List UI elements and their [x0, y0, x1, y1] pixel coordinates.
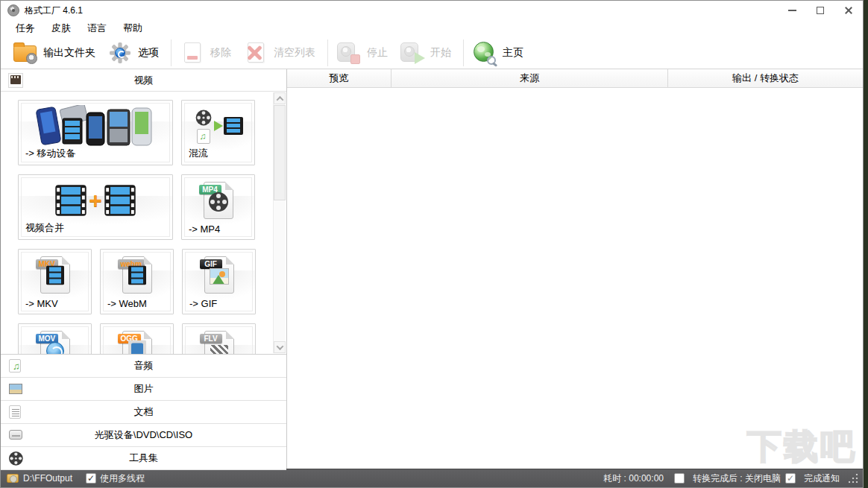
tile-label: -> WebM	[107, 298, 147, 309]
tile-label: 混流	[189, 147, 208, 160]
stop-icon	[336, 41, 362, 65]
window-title: 格式工厂 4.6.1	[25, 4, 83, 17]
start-icon	[400, 41, 425, 65]
section-toolset[interactable]: 工具集	[1, 447, 286, 470]
resize-grip[interactable]	[849, 474, 858, 484]
menu-language[interactable]: 语言	[79, 20, 115, 37]
section-optical-drive[interactable]: 光驱设备\DVD\CD\ISO	[1, 424, 286, 447]
column-preview[interactable]: 预览	[287, 69, 391, 87]
tile-video-join[interactable]: + 视频合并	[18, 174, 173, 240]
notify-checkbox[interactable]: ✓	[785, 473, 796, 484]
mux-icon: ♫	[182, 107, 254, 145]
output-folder-small-icon	[7, 474, 19, 483]
plus-icon: +	[89, 189, 102, 212]
titlebar: 格式工厂 4.6.1	[1, 1, 863, 20]
toolset-section-label: 工具集	[1, 451, 286, 465]
ogg-file-icon: OGG	[101, 330, 173, 354]
section-picture[interactable]: 图片	[1, 378, 286, 401]
arrow-icon	[214, 121, 223, 131]
tile-to-ogg[interactable]: OGG	[100, 323, 174, 354]
tile-to-mkv[interactable]: MKV -> MKV	[18, 249, 92, 314]
flv-badge: FLV	[200, 334, 222, 343]
elapsed-time: 耗时 : 00:00:00	[603, 472, 664, 485]
statusbar-right: 耗时 : 00:00:00 转换完成后 : 关闭电脑 ✓ 完成通知	[603, 472, 858, 485]
multithread-label: 使用多线程	[100, 472, 145, 485]
column-source[interactable]: 来源	[391, 69, 668, 87]
section-document[interactable]: 文档	[1, 401, 286, 424]
desktop: 格式工厂 4.6.1 任务 皮肤 语言 帮助 输出文件夹	[0, 0, 868, 488]
home-globe-icon	[472, 41, 497, 65]
tile-row: MKV -> MKV webm	[18, 249, 286, 314]
tile-to-webm[interactable]: webm -> WebM	[100, 249, 174, 314]
remove-icon	[180, 41, 205, 65]
gif-badge: GIF	[200, 259, 222, 269]
close-button[interactable]	[834, 1, 863, 20]
output-path[interactable]: D:\FFOutput	[23, 473, 72, 484]
output-folder-icon	[13, 41, 38, 65]
scroll-down-button[interactable]	[274, 341, 286, 353]
home-button[interactable]: 主页	[472, 41, 523, 65]
scroll-up-button[interactable]	[274, 92, 286, 104]
menu-task[interactable]: 任务	[7, 20, 43, 37]
clear-list-button[interactable]: 清空列表	[243, 41, 315, 65]
app-window: 格式工厂 4.6.1 任务 皮肤 语言 帮助 输出文件夹	[0, 0, 864, 488]
close-icon	[844, 6, 853, 15]
tile-to-flv[interactable]: FLV	[182, 323, 256, 354]
column-output-status[interactable]: 输出 / 转换状态	[668, 69, 863, 87]
video-section-label: 视频	[1, 74, 286, 87]
task-list-body[interactable]: 下载吧	[287, 88, 863, 469]
start-button[interactable]: 开始	[400, 41, 451, 65]
stop-button[interactable]: 停止	[336, 41, 388, 65]
optical-drive-label: 光驱设备\DVD\CD\ISO	[1, 428, 286, 442]
toolbar-separator	[327, 39, 328, 66]
main-area: 视频	[1, 69, 863, 469]
picture-section-label: 图片	[1, 382, 286, 396]
tiles-scrollbar[interactable]	[273, 92, 286, 353]
remove-button[interactable]: 移除	[180, 41, 231, 65]
output-folder-button[interactable]: 输出文件夹	[13, 41, 95, 65]
chevron-down-icon	[276, 343, 283, 350]
chevron-up-icon	[276, 95, 283, 103]
tile-to-mp4[interactable]: MP4 -> MP4	[181, 174, 255, 240]
maximize-icon	[817, 7, 824, 14]
video-join-icon: +	[19, 181, 172, 220]
category-panel: 视频	[1, 69, 287, 469]
options-label: 选项	[138, 46, 159, 60]
section-video-header[interactable]: 视频	[1, 69, 286, 92]
scrollbar-thumb[interactable]	[274, 105, 286, 200]
task-list-header: 预览 来源 输出 / 转换状态	[287, 69, 863, 88]
multithread-checkbox[interactable]: ✓	[86, 473, 96, 484]
tile-label: -> 移动设备	[25, 147, 76, 160]
webm-file-icon: webm	[101, 256, 173, 294]
gif-file-icon: GIF	[183, 256, 255, 294]
maximize-button[interactable]	[806, 1, 834, 20]
menu-help[interactable]: 帮助	[115, 20, 151, 37]
notify-label: 完成通知	[804, 472, 840, 485]
gear-icon	[107, 41, 133, 65]
tile-mobile-device[interactable]: -> 移动设备	[18, 100, 173, 165]
minimize-icon	[788, 10, 796, 11]
clear-list-icon	[243, 41, 268, 65]
tile-mux[interactable]: ♫ 混流	[181, 100, 255, 165]
statusbar: D:\FFOutput ✓ 使用多线程 耗时 : 00:00:00 转换完成后 …	[1, 469, 863, 487]
audio-section-label: 音频	[1, 359, 286, 373]
options-button[interactable]: 选项	[107, 41, 159, 65]
clear-list-label: 清空列表	[274, 46, 315, 60]
mkv-file-icon: MKV	[19, 256, 91, 294]
document-section-label: 文档	[1, 405, 286, 419]
tile-label: 视频合并	[25, 221, 64, 235]
tile-to-mov[interactable]: MOV	[18, 323, 92, 354]
window-controls	[778, 1, 863, 20]
menu-skin[interactable]: 皮肤	[43, 20, 79, 37]
tile-label: -> MP4	[189, 224, 220, 235]
tile-row: -> 移动设备 ♫	[18, 100, 286, 165]
video-tiles-area: -> 移动设备 ♫	[1, 92, 286, 354]
section-audio[interactable]: 音频	[1, 355, 286, 378]
shutdown-checkbox[interactable]	[674, 473, 685, 484]
mobile-devices-icon	[19, 107, 172, 145]
tile-row: + 视频合并	[18, 174, 286, 240]
watermark: 下载吧	[747, 424, 857, 470]
toolbar-separator	[171, 39, 172, 66]
minimize-button[interactable]	[778, 1, 806, 20]
tile-to-gif[interactable]: GIF -> GIF	[182, 249, 256, 314]
